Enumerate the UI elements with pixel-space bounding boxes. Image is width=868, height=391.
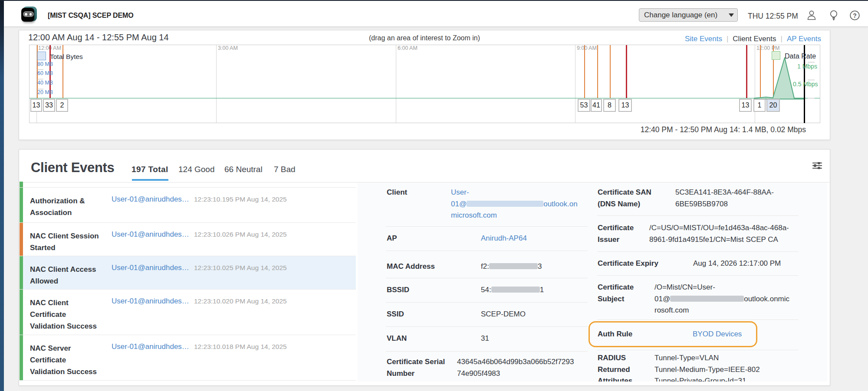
svg-text:?: ? bbox=[853, 12, 857, 19]
